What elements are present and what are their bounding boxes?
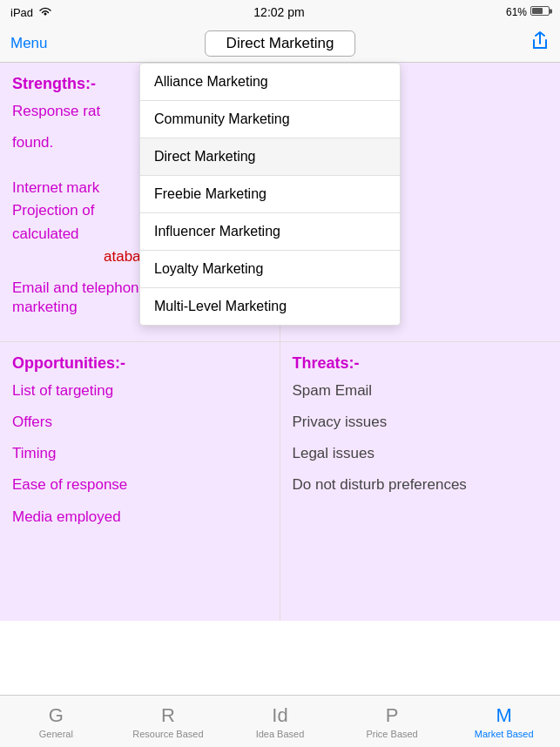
dropdown-item-0[interactable]: Alliance Marketing: [140, 64, 400, 101]
threat-item-2: Privacy issues: [293, 413, 549, 432]
opportunities-heading: Opportunities:-: [12, 354, 267, 373]
opportunity-item-2: Offers: [12, 413, 267, 432]
dropdown-item-5[interactable]: Loyalty Marketing: [140, 251, 400, 288]
status-right: 61%: [506, 6, 550, 18]
dropdown-item-3[interactable]: Freebie Marketing: [140, 176, 400, 213]
opportunities-cell: Opportunities:- List of targeting Offers…: [0, 342, 280, 621]
tab-general-letter: G: [49, 704, 64, 727]
dropdown-item-2[interactable]: Direct Marketing: [140, 138, 400, 176]
threats-cell: Threats:- Spam Email Privacy issues Lega…: [280, 342, 561, 621]
tab-price-based[interactable]: P Price Based: [336, 704, 449, 739]
opportunity-item-1: List of targeting: [12, 381, 267, 400]
threat-item-1: Spam Email: [293, 381, 549, 400]
device-name: iPad: [10, 6, 33, 19]
dropdown-item-1[interactable]: Community Marketing: [140, 101, 400, 138]
status-bar: iPad 12:02 pm 61%: [0, 0, 560, 24]
tab-idea-label: Idea Based: [256, 729, 305, 739]
threat-item-3: Legal issues: [293, 444, 549, 463]
battery-icon: [530, 6, 550, 18]
wifi-icon: [38, 6, 52, 19]
tab-general[interactable]: G General: [0, 704, 112, 739]
dropdown-item-4[interactable]: Influencer Marketing: [140, 213, 400, 251]
tab-idea-letter: Id: [272, 704, 287, 727]
main-content: Strengths:- Response rate found. r Inter…: [0, 63, 560, 695]
tab-price-letter: P: [386, 704, 399, 727]
tab-bar: G General R Resource Based Id Idea Based…: [0, 695, 560, 747]
dropdown-item-6[interactable]: Multi-Level Marketing: [140, 288, 400, 325]
tab-resource-label: Resource Based: [132, 729, 203, 739]
nav-title: Direct Marketing: [205, 30, 356, 57]
opportunity-item-3: Timing: [12, 444, 267, 463]
menu-button[interactable]: Menu: [10, 35, 48, 52]
tab-idea-based[interactable]: Id Idea Based: [224, 704, 336, 739]
tab-general-label: General: [39, 729, 73, 739]
tab-resource-based[interactable]: R Resource Based: [112, 704, 225, 739]
dropdown-menu[interactable]: Alliance Marketing Community Marketing D…: [139, 63, 401, 326]
time-display: 12:02 pm: [253, 5, 304, 19]
tab-price-label: Price Based: [366, 729, 417, 739]
nav-title-container: Direct Marketing: [205, 30, 356, 57]
battery-percent: 61%: [506, 6, 527, 18]
share-button[interactable]: [530, 31, 550, 55]
tab-resource-letter: R: [161, 704, 175, 727]
opportunity-item-5: Media employed: [12, 508, 267, 527]
tab-market-based[interactable]: M Market Based: [448, 704, 560, 739]
tab-market-letter: M: [496, 704, 512, 727]
status-left: iPad: [10, 6, 52, 19]
tab-market-label: Market Based: [475, 729, 534, 739]
nav-bar: Menu Direct Marketing: [0, 24, 560, 63]
threat-item-4: Do not disturb preferences: [293, 475, 549, 495]
threats-heading: Threats:-: [293, 354, 549, 373]
opportunity-item-4: Ease of response: [12, 475, 267, 495]
